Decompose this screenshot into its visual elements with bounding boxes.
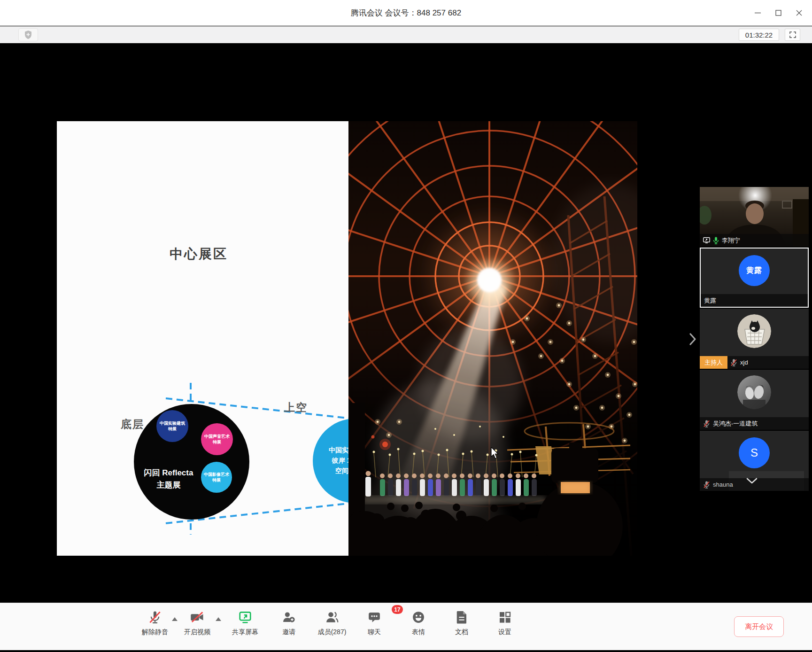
- main-circle-label-line1: 闪回 Reflecta: [138, 467, 200, 479]
- shield-plus-icon: [24, 30, 32, 39]
- invite-icon: [282, 610, 296, 624]
- docs-button[interactable]: 文档: [441, 609, 483, 636]
- participant-name: shauna: [713, 481, 733, 488]
- screen-sharing-icon: [703, 237, 710, 243]
- emoji-icon: [411, 610, 425, 624]
- participant-tile-wuhongjie[interactable]: 吴鸿杰-一道建筑: [700, 370, 809, 430]
- settings-button[interactable]: 设置: [484, 609, 526, 636]
- sub-circle-architecture-line2: 特展: [168, 426, 177, 432]
- participant-tile-huanglu[interactable]: 黄露 黄露: [700, 248, 809, 308]
- avatar: S: [739, 437, 770, 468]
- meeting-timer: 01:32:22: [739, 29, 779, 41]
- participant-name: 吴鸿杰-一道建筑: [713, 419, 758, 428]
- toolbar-label: 设置: [498, 628, 511, 636]
- participant-namebar: 主持人 xjd: [700, 356, 809, 369]
- mic-muted-icon: [148, 610, 162, 624]
- diagram-title: 中心展区: [170, 245, 228, 263]
- sub-circle-sound-art: 中国声音艺术 特展: [201, 423, 233, 455]
- avatar: [737, 375, 771, 409]
- venue-photo-illustration: [348, 121, 637, 556]
- shared-screen-area: 中心展区 中国实验建筑 特展 中国声音艺术 特展 中国影像艺术 特展 闪回 Re…: [0, 43, 812, 603]
- fullscreen-icon: [789, 31, 796, 38]
- start-video-button[interactable]: 开启视频: [176, 609, 218, 636]
- venue-photo: [348, 121, 637, 556]
- sky-label: 上空: [284, 400, 308, 415]
- window-controls: [747, 0, 809, 26]
- chevron-right-icon: [689, 332, 696, 347]
- sub-circle-architecture-line1: 中国实验建筑: [160, 420, 185, 426]
- participant-name: 黄露: [704, 296, 716, 305]
- mic-on-icon: [713, 237, 719, 244]
- toolbar-label: 文档: [455, 628, 468, 636]
- participant-tile-shauna[interactable]: S shauna: [700, 431, 809, 491]
- mouse-cursor: [491, 447, 500, 460]
- members-icon: [325, 610, 339, 624]
- participant-tile-xjd[interactable]: 主持人 xjd: [700, 309, 809, 369]
- close-icon: [796, 10, 802, 16]
- portrait-avatar-image: [737, 375, 771, 409]
- toolbar-label: 开启视频: [184, 628, 210, 636]
- minimize-icon: [755, 10, 761, 16]
- host-badge: 主持人: [700, 356, 727, 369]
- members-button[interactable]: 成员(287): [311, 609, 353, 636]
- video-options-caret[interactable]: [216, 617, 221, 621]
- chevron-down-icon: [745, 477, 759, 485]
- toolbar-label: 表情: [412, 628, 425, 636]
- mic-muted-icon: [703, 481, 710, 489]
- mic-muted-icon: [703, 420, 710, 427]
- toolbar-label: 成员(287): [318, 628, 347, 636]
- participant-menu-button[interactable]: [745, 477, 759, 485]
- avatar: [737, 314, 771, 348]
- status-bar: 01:32:22: [0, 26, 812, 43]
- sidebar-collapse-button[interactable]: [686, 329, 700, 349]
- participant-name: 李翔宁: [722, 236, 740, 245]
- settings-icon: [498, 610, 512, 624]
- participant-tile-lixiangning[interactable]: 李翔宁: [700, 187, 809, 247]
- main-circle-label-line2: 主题展: [138, 479, 200, 491]
- floor-label: 底层: [121, 417, 144, 432]
- camera-off-icon: [189, 610, 205, 624]
- toolbar-label: 共享屏幕: [232, 628, 258, 636]
- title-bar: 腾讯会议 会议号：848 257 682: [0, 0, 812, 26]
- sub-circle-video-art-line1: 中国影像艺术: [204, 472, 229, 477]
- presentation-slide: 中心展区 中国实验建筑 特展 中国声音艺术 特展 中国影像艺术 特展 闪回 Re…: [57, 121, 348, 556]
- minimize-button[interactable]: [747, 0, 768, 26]
- meeting-title: 腾讯会议 会议号：848 257 682: [0, 0, 812, 26]
- sub-circle-sound-art-line2: 特展: [213, 439, 221, 445]
- sub-circle-architecture: 中国实验建筑 特展: [156, 410, 188, 442]
- participant-name: xjd: [740, 359, 748, 366]
- close-button[interactable]: [789, 0, 809, 26]
- chat-button[interactable]: 17 聊天: [353, 609, 395, 636]
- cat-avatar-image: [737, 314, 771, 348]
- fullscreen-button[interactable]: [785, 29, 800, 41]
- chat-icon: [367, 610, 381, 624]
- maximize-icon: [775, 10, 781, 16]
- main-circle-label: 闪回 Reflecta 主题展: [138, 467, 200, 491]
- security-check-button[interactable]: [18, 28, 38, 41]
- timer-value: 01:32:22: [745, 31, 773, 39]
- toolbar-label: 聊天: [368, 628, 381, 636]
- sub-circle-sound-art-line1: 中国声音艺术: [204, 434, 230, 439]
- cursor-arrow-icon: [491, 447, 500, 460]
- maximize-button[interactable]: [768, 0, 789, 26]
- sub-circle-video-art: 中国影像艺术 特展: [201, 462, 232, 493]
- unmute-button[interactable]: 解除静音: [134, 609, 176, 636]
- sub-circle-video-art-line2: 特展: [212, 477, 221, 483]
- share-screen-button[interactable]: 共享屏幕: [224, 609, 266, 636]
- emoji-button[interactable]: 表情: [397, 609, 440, 636]
- toolbar-label: 解除静音: [142, 628, 168, 636]
- main-exhibition-circle: 中国实验建筑 特展 中国声音艺术 特展 中国影像艺术 特展 闪回 Reflect…: [134, 404, 249, 520]
- meeting-toolbar: 解除静音 开启视频 共享屏幕: [0, 603, 812, 650]
- document-icon: [455, 610, 468, 624]
- participant-namebar: 黄露: [701, 294, 808, 307]
- avatar: 黄露: [739, 255, 770, 286]
- leave-meeting-button[interactable]: 离开会议: [734, 616, 784, 637]
- invite-button[interactable]: 邀请: [268, 609, 310, 636]
- mic-muted-icon: [730, 359, 737, 366]
- toolbar-label: 邀请: [282, 628, 295, 636]
- participant-namebar: 李翔宁: [700, 234, 809, 247]
- share-screen-icon: [238, 610, 252, 624]
- participant-namebar: 吴鸿杰-一道建筑: [700, 417, 809, 430]
